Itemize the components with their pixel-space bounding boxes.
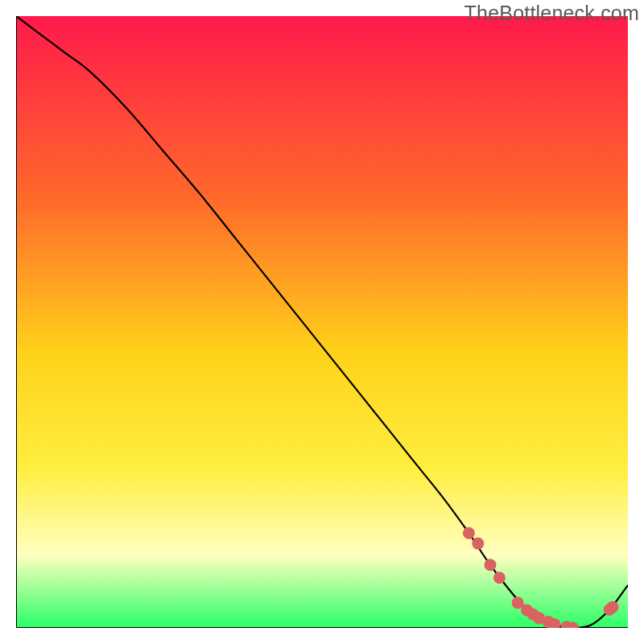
marker-point [493, 572, 506, 584]
marker-point [485, 559, 497, 571]
plot-area [16, 16, 628, 628]
chart-svg [16, 16, 628, 628]
chart-container: TheBottleneck.com [0, 0, 644, 644]
watermark-text: TheBottleneck.com [464, 2, 639, 25]
marker-point [607, 601, 619, 613]
gradient-background [16, 16, 628, 628]
marker-point [463, 527, 475, 539]
marker-point [472, 538, 484, 550]
